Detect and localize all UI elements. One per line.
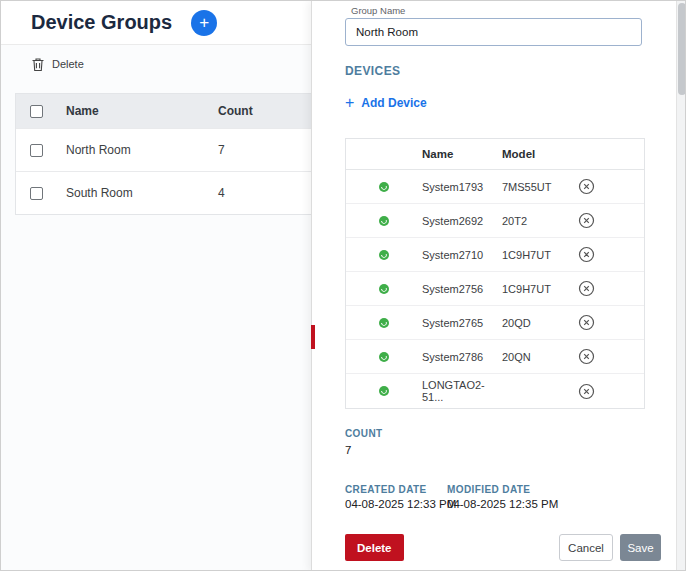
device-status-icon xyxy=(346,351,422,363)
device-status-icon xyxy=(346,317,422,329)
created-date-value: 04-08-2025 12:33 PM xyxy=(345,498,456,510)
group-row[interactable]: South Room 4 xyxy=(16,171,344,214)
group-name-label: Group Name xyxy=(351,5,405,16)
page-header: Device Groups + xyxy=(1,1,311,45)
device-name: LONGTAO2-51... xyxy=(422,379,502,403)
group-name: South Room xyxy=(56,186,208,200)
add-device-label: Add Device xyxy=(361,96,426,110)
device-model: 7MS55UT xyxy=(502,181,566,193)
select-all-checkbox[interactable] xyxy=(30,105,43,118)
created-date-label: CREATED DATE xyxy=(345,484,427,495)
device-name: System1793 xyxy=(422,181,502,193)
selected-row-marker xyxy=(311,325,315,349)
devices-section-heading: DEVICES xyxy=(345,64,400,78)
remove-icon xyxy=(578,280,595,297)
devices-table: Name Model System1793 7MS55UT System2692… xyxy=(345,138,645,409)
device-name: System2756 xyxy=(422,283,502,295)
remove-device-button[interactable] xyxy=(566,348,606,365)
device-name: System2710 xyxy=(422,249,502,261)
panel-scrollbar-track[interactable] xyxy=(676,1,686,571)
device-row: System2756 1C9H7UT xyxy=(346,272,644,306)
cancel-button[interactable]: Cancel xyxy=(559,534,613,561)
device-model: 1C9H7UT xyxy=(502,249,566,261)
delete-groups-button[interactable]: Delete xyxy=(31,53,84,75)
delete-groups-label: Delete xyxy=(52,58,84,70)
remove-device-button[interactable] xyxy=(566,280,606,297)
groups-col-name: Name xyxy=(56,104,208,118)
devices-col-name: Name xyxy=(422,148,502,160)
device-model: 20QD xyxy=(502,317,566,329)
row-checkbox[interactable] xyxy=(30,144,43,157)
groups-table-header: Name Count xyxy=(16,94,344,128)
app-window: Device Groups + Delete Name Count North … xyxy=(0,0,686,571)
device-model: 20QN xyxy=(502,351,566,363)
add-device-button[interactable]: + Add Device xyxy=(345,96,427,110)
device-status-icon xyxy=(346,385,422,397)
remove-device-button[interactable] xyxy=(566,178,606,195)
device-status-icon xyxy=(346,215,422,227)
device-row: System2786 20QN xyxy=(346,340,644,374)
device-name: System2692 xyxy=(422,215,502,227)
page-title: Device Groups xyxy=(31,11,172,34)
modified-date-value: 04-08-2025 12:35 PM xyxy=(447,498,558,510)
count-value: 7 xyxy=(345,444,351,456)
group-row[interactable]: North Room 7 xyxy=(16,128,344,171)
devices-table-header: Name Model xyxy=(346,139,644,170)
remove-icon xyxy=(578,212,595,229)
plus-icon: + xyxy=(345,96,354,110)
device-model: 1C9H7UT xyxy=(502,283,566,295)
group-name-input[interactable] xyxy=(345,18,642,46)
device-name: System2765 xyxy=(422,317,502,329)
group-detail-panel: Group Name DEVICES + Add Device Name Mod… xyxy=(311,1,677,571)
device-row: System2710 1C9H7UT xyxy=(346,238,644,272)
remove-icon xyxy=(578,178,595,195)
delete-group-button[interactable]: Delete xyxy=(345,534,404,561)
remove-device-button[interactable] xyxy=(566,383,606,400)
group-name: North Room xyxy=(56,143,208,157)
plus-icon: + xyxy=(199,13,209,32)
devices-col-model: Model xyxy=(502,148,566,160)
save-button[interactable]: Save xyxy=(620,534,661,561)
device-status-icon xyxy=(346,283,422,295)
remove-icon xyxy=(578,383,595,400)
device-row: System2692 20T2 xyxy=(346,204,644,238)
remove-icon xyxy=(578,246,595,263)
device-model: 20T2 xyxy=(502,215,566,227)
remove-device-button[interactable] xyxy=(566,246,606,263)
device-row: LONGTAO2-51... xyxy=(346,374,644,408)
device-status-icon xyxy=(346,249,422,261)
panel-scrollbar-thumb[interactable] xyxy=(678,3,686,95)
remove-device-button[interactable] xyxy=(566,314,606,331)
remove-icon xyxy=(578,314,595,331)
groups-table: Name Count North Room 7 South Room 4 xyxy=(15,93,345,215)
device-status-icon xyxy=(346,181,422,193)
remove-device-button[interactable] xyxy=(566,212,606,229)
device-row: System1793 7MS55UT xyxy=(346,170,644,204)
row-checkbox[interactable] xyxy=(30,187,43,200)
count-label: COUNT xyxy=(345,428,383,439)
add-group-button[interactable]: + xyxy=(191,10,217,36)
device-name: System2786 xyxy=(422,351,502,363)
modified-date-label: MODIFIED DATE xyxy=(447,484,530,495)
remove-icon xyxy=(578,348,595,365)
trash-icon xyxy=(31,57,45,72)
device-row: System2765 20QD xyxy=(346,306,644,340)
